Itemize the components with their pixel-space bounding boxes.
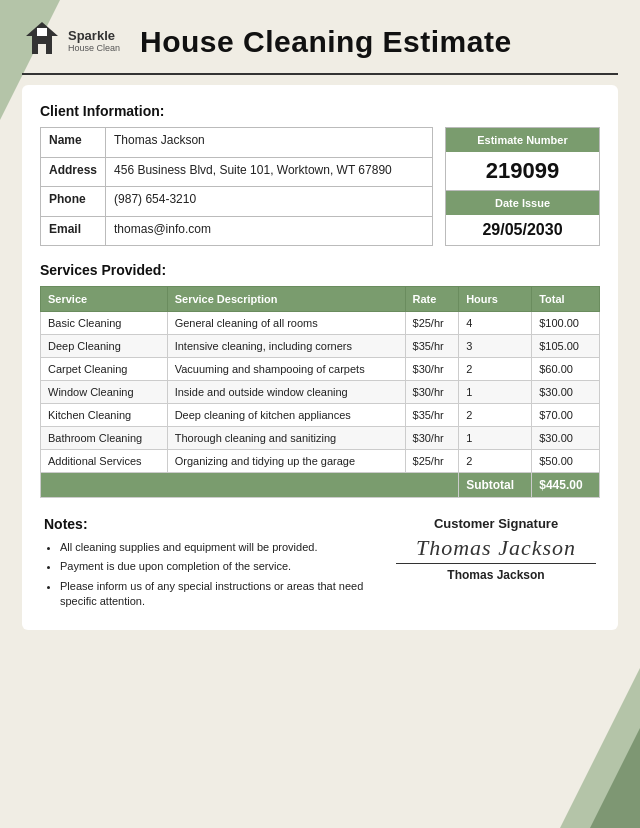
date-issue-label: Date Issue [446, 190, 599, 215]
subtotal-row: Subtotal $445.00 [41, 473, 600, 498]
service-total: $60.00 [532, 358, 600, 381]
note-item: Payment is due upon completion of the se… [60, 559, 376, 574]
service-name: Additional Services [41, 450, 168, 473]
phone-label: Phone [41, 187, 106, 217]
service-name: Window Cleaning [41, 381, 168, 404]
service-total: $105.00 [532, 335, 600, 358]
body-card: Client Information: Name Thomas Jackson … [22, 85, 618, 630]
service-name: Carpet Cleaning [41, 358, 168, 381]
col-hours: Hours [459, 287, 532, 312]
col-service: Service [41, 287, 168, 312]
signature-label: Customer Signature [396, 516, 596, 531]
service-desc: Inside and outside window cleaning [167, 381, 405, 404]
note-item: Please inform us of any special instruct… [60, 579, 376, 610]
service-rate: $25/hr [405, 450, 459, 473]
service-name: Bathroom Cleaning [41, 427, 168, 450]
service-desc: Vacuuming and shampooing of carpets [167, 358, 405, 381]
services-header-row: Service Service Description Rate Hours T… [41, 287, 600, 312]
service-name: Deep Cleaning [41, 335, 168, 358]
table-row: Bathroom Cleaning Thorough cleaning and … [41, 427, 600, 450]
service-rate: $35/hr [405, 335, 459, 358]
col-total: Total [532, 287, 600, 312]
service-desc: Deep cleaning of kitchen appliances [167, 404, 405, 427]
service-rate: $35/hr [405, 404, 459, 427]
page-header: Sparkle House Clean House Cleaning Estim… [22, 18, 618, 75]
service-rate: $30/hr [405, 427, 459, 450]
col-description: Service Description [167, 287, 405, 312]
col-rate: Rate [405, 287, 459, 312]
brand-name: Sparkle [68, 29, 120, 43]
page-title: House Cleaning Estimate [140, 25, 512, 59]
service-hours: 2 [459, 404, 532, 427]
address-label: Address [41, 157, 106, 187]
table-row: Carpet Cleaning Vacuuming and shampooing… [41, 358, 600, 381]
table-row: Additional Services Organizing and tidyi… [41, 450, 600, 473]
service-hours: 4 [459, 312, 532, 335]
service-total: $100.00 [532, 312, 600, 335]
notes-title: Notes: [44, 516, 376, 532]
deco-bottom-right2 [590, 728, 640, 828]
service-name: Kitchen Cleaning [41, 404, 168, 427]
service-desc: General cleaning of all rooms [167, 312, 405, 335]
svg-rect-1 [37, 28, 47, 36]
client-phone-row: Phone (987) 654-3210 [41, 187, 433, 217]
service-desc: Organizing and tidying up the garage [167, 450, 405, 473]
note-item: All cleaning supplies and equipment will… [60, 540, 376, 555]
subtotal-empty [41, 473, 459, 498]
signature-printed-name: Thomas Jackson [396, 568, 596, 582]
estimate-number-label: Estimate Number [446, 128, 599, 152]
table-row: Window Cleaning Inside and outside windo… [41, 381, 600, 404]
signature-cursive: Thomas Jackson [396, 535, 596, 564]
services-table: Service Service Description Rate Hours T… [40, 286, 600, 498]
notes-list: All cleaning supplies and equipment will… [60, 540, 376, 610]
table-row: Deep Cleaning Intensive cleaning, includ… [41, 335, 600, 358]
service-name: Basic Cleaning [41, 312, 168, 335]
house-icon [22, 18, 62, 65]
signature-area: Customer Signature Thomas Jackson Thomas… [396, 516, 596, 614]
logo-area: Sparkle House Clean [22, 18, 120, 65]
email-value: thomas@info.com [106, 216, 433, 246]
service-desc: Intensive cleaning, including corners [167, 335, 405, 358]
table-row: Basic Cleaning General cleaning of all r… [41, 312, 600, 335]
subtotal-label: Subtotal [459, 473, 532, 498]
service-total: $70.00 [532, 404, 600, 427]
service-hours: 2 [459, 450, 532, 473]
client-section-title: Client Information: [40, 103, 600, 119]
estimate-number-value: 219099 [446, 152, 599, 190]
service-hours: 3 [459, 335, 532, 358]
subtotal-value: $445.00 [532, 473, 600, 498]
service-rate: $30/hr [405, 381, 459, 404]
notes-area: Notes: All cleaning supplies and equipme… [44, 516, 396, 614]
service-desc: Thorough cleaning and sanitizing [167, 427, 405, 450]
svg-marker-0 [26, 22, 58, 54]
address-value: 456 Business Blvd, Suite 101, Worktown, … [106, 157, 433, 187]
service-total: $30.00 [532, 381, 600, 404]
email-label: Email [41, 216, 106, 246]
estimate-box: Estimate Number 219099 Date Issue 29/05/… [445, 127, 600, 246]
client-table: Name Thomas Jackson Address 456 Business… [40, 127, 433, 246]
service-rate: $30/hr [405, 358, 459, 381]
table-row: Kitchen Cleaning Deep cleaning of kitche… [41, 404, 600, 427]
service-hours: 2 [459, 358, 532, 381]
service-hours: 1 [459, 381, 532, 404]
name-label: Name [41, 128, 106, 158]
client-name-row: Name Thomas Jackson [41, 128, 433, 158]
service-rate: $25/hr [405, 312, 459, 335]
brand-sub: House Clean [68, 44, 120, 54]
client-layout: Name Thomas Jackson Address 456 Business… [40, 127, 600, 246]
client-email-row: Email thomas@info.com [41, 216, 433, 246]
logo-text: Sparkle House Clean [68, 29, 120, 53]
service-hours: 1 [459, 427, 532, 450]
date-issue-value: 29/05/2030 [446, 215, 599, 245]
service-total: $30.00 [532, 427, 600, 450]
name-value: Thomas Jackson [106, 128, 433, 158]
services-section-title: Services Provided: [40, 262, 600, 278]
bottom-section: Notes: All cleaning supplies and equipme… [40, 516, 600, 614]
client-address-row: Address 456 Business Blvd, Suite 101, Wo… [41, 157, 433, 187]
phone-value: (987) 654-3210 [106, 187, 433, 217]
service-total: $50.00 [532, 450, 600, 473]
